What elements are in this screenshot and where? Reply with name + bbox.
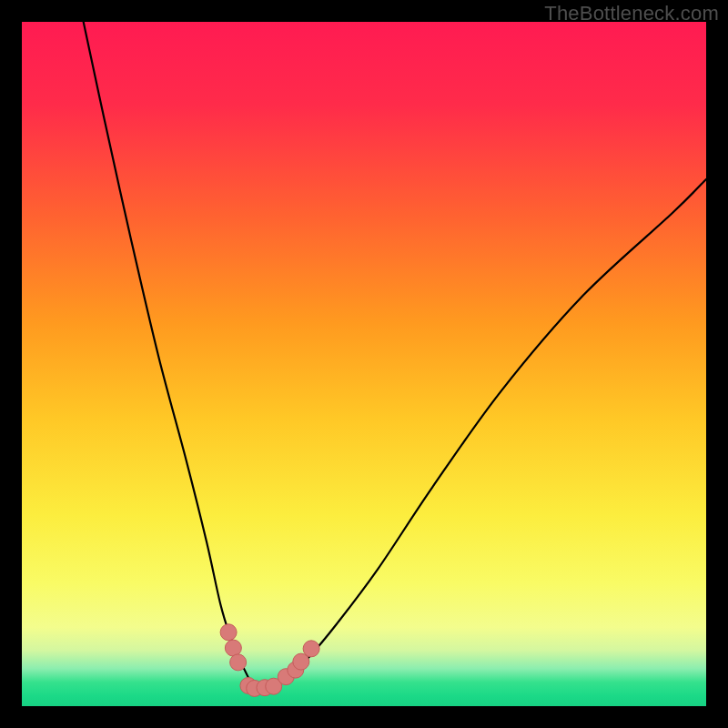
plot-area	[22, 22, 706, 706]
chart-frame: TheBottleneck.com	[0, 0, 728, 728]
trough-marker	[225, 640, 241, 656]
trough-marker	[230, 654, 247, 671]
trough-marker	[220, 624, 237, 641]
trough-marker	[303, 641, 319, 657]
watermark-text: TheBottleneck.com	[544, 2, 719, 25]
chart-svg	[22, 22, 706, 706]
gradient-background	[22, 22, 706, 706]
